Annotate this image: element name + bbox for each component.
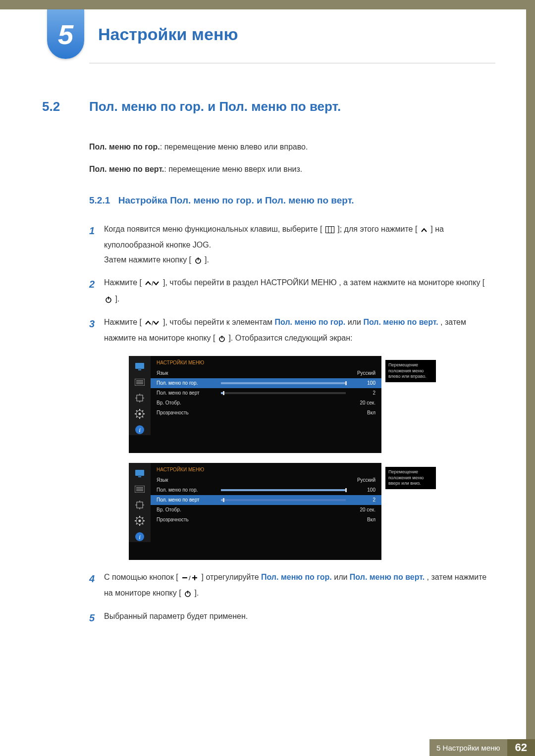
osd-slider xyxy=(221,499,346,501)
step-5: 5 Выбранный параметр будет применен. xyxy=(89,609,493,627)
osd-row-label: Пол. меню по верт xyxy=(157,390,221,396)
chapter-title: Настройки меню xyxy=(98,25,238,44)
osd-row-value: Вкл xyxy=(351,517,375,522)
text: ]; для этого нажмите [ xyxy=(337,225,417,233)
info-icon: i xyxy=(134,424,146,435)
osd-row-value: 20 сек. xyxy=(351,400,375,405)
text: ] отрегулируйте xyxy=(202,573,261,581)
page-footer: 5 Настройки меню 62 xyxy=(0,739,535,756)
svg-line-46 xyxy=(142,517,143,518)
osd-row-value: Вкл xyxy=(351,410,375,415)
step-number: 3 xyxy=(89,315,104,347)
subsection-number: 5.2.1 xyxy=(89,195,110,205)
osd-row-label: Пол. меню по верт xyxy=(157,497,221,503)
menu-grid-icon xyxy=(325,223,334,238)
section-heading: 5.2 Пол. меню по гор. и Пол. меню по вер… xyxy=(42,99,493,114)
list-icon xyxy=(134,377,146,388)
svg-rect-36 xyxy=(137,502,143,508)
list-icon xyxy=(134,484,146,495)
svg-line-25 xyxy=(142,416,143,417)
osd-row-value: 20 сек. xyxy=(351,507,375,512)
text-bold: НАСТРОЙКИ МЕНЮ xyxy=(261,278,337,287)
text-blue: Пол. меню по гор. xyxy=(261,573,332,581)
step-number: 1 xyxy=(89,222,104,269)
osd-row: Вр. Отобр.20 сек. xyxy=(151,398,381,408)
osd-row: ЯзыкРусский xyxy=(151,368,381,378)
text: ]. Отобразится следующий экран: xyxy=(228,334,352,342)
text: Когда появится меню функциональных клави… xyxy=(104,225,322,233)
step-4: 4 С помощью кнопок [ / ] отрегулируйте П… xyxy=(89,570,493,602)
osd-row: Пол. меню по гор.100 xyxy=(151,485,381,495)
svg-line-24 xyxy=(136,410,137,411)
osd-row: ЯзыкРусский xyxy=(151,475,381,485)
resize-icon xyxy=(134,393,146,403)
text: ], чтобы перейти в раздел xyxy=(163,278,261,287)
osd-row-value: Русский xyxy=(351,370,375,376)
osd-row-value: Русский xyxy=(351,477,375,483)
text: или xyxy=(334,573,350,581)
osd-row-value: 100 xyxy=(351,487,375,493)
osd-row-value: 2 xyxy=(351,390,375,396)
step-number: 4 xyxy=(89,570,104,602)
step-2: 2 Нажмите [ / ], чтобы перейти в раздел … xyxy=(89,275,493,307)
text: Нажмите [ xyxy=(104,278,142,287)
text: ], чтобы перейти к элементам xyxy=(163,318,275,326)
svg-rect-31 xyxy=(138,476,141,477)
osd-slider xyxy=(221,382,346,384)
osd-row-label: Язык xyxy=(157,477,221,483)
text-blue: Пол. меню по гор. xyxy=(275,318,346,326)
osd-row-label: Вр. Отобр. xyxy=(157,400,221,405)
osd-tooltip: Перемещение положения меню вверх или вни… xyxy=(385,467,436,489)
text: Нажмите [ xyxy=(104,318,142,326)
top-bar xyxy=(0,0,535,9)
osd-row: Пол. меню по гор.100 xyxy=(151,378,381,388)
osd-title: НАСТРОЙКИ МЕНЮ xyxy=(151,360,381,368)
desc-h-text: : перемещение меню влево или вправо. xyxy=(160,143,308,151)
monitor-icon xyxy=(134,468,146,479)
text: , а затем нажмите на мониторе кнопку [ xyxy=(339,278,484,287)
osd-row-label: Пол. меню по гор. xyxy=(157,487,221,493)
svg-point-19 xyxy=(139,412,141,415)
svg-rect-12 xyxy=(138,369,141,370)
step-1: 1 Когда появится меню функциональных кла… xyxy=(89,222,493,269)
text-blue: Пол. меню по верт. xyxy=(363,318,438,326)
osd-screenshot-1: i НАСТРОЙКИ МЕНЮ ЯзыкРусскийПол. меню по… xyxy=(129,356,381,453)
gear-icon xyxy=(134,408,146,419)
osd-tooltip: Перемещение положения меню влево или впр… xyxy=(385,360,436,382)
osd-row: ПрозрачностьВкл xyxy=(151,515,381,525)
osd-slider xyxy=(221,489,346,491)
subsection-heading: 5.2.1 Настройка Пол. меню по гор. и Пол.… xyxy=(89,193,493,208)
svg-rect-0 xyxy=(325,226,334,233)
osd-row-value: 2 xyxy=(351,497,375,503)
section-number: 5.2 xyxy=(42,99,89,114)
footer-page-number: 62 xyxy=(507,739,535,756)
resize-icon xyxy=(134,500,146,510)
text: Выбранный параметр будет применен. xyxy=(104,609,493,627)
up-down-caret-icon: / xyxy=(145,277,160,292)
up-caret-icon xyxy=(421,223,428,238)
svg-line-43 xyxy=(136,517,137,518)
desc-v-text: : перемещение меню вверх или вниз. xyxy=(164,165,302,173)
osd-row-label: Вр. Отобр. xyxy=(157,507,221,512)
svg-rect-30 xyxy=(135,470,144,476)
svg-rect-11 xyxy=(135,363,144,369)
right-edge-stripe xyxy=(526,9,535,756)
svg-point-38 xyxy=(139,519,141,522)
desc-v-label: Пол. меню по верт. xyxy=(89,165,164,173)
text: ]. xyxy=(195,589,199,597)
power-icon xyxy=(184,587,191,602)
svg-text:i: i xyxy=(139,533,141,541)
desc-h-label: Пол. меню по гор. xyxy=(89,143,160,151)
svg-line-26 xyxy=(136,416,137,417)
osd-row-label: Пол. меню по гор. xyxy=(157,380,221,386)
osd-title: НАСТРОЙКИ МЕНЮ xyxy=(151,467,381,475)
osd-row-label: Язык xyxy=(157,370,221,376)
power-icon xyxy=(218,332,225,347)
up-down-caret-icon: / xyxy=(145,316,160,331)
osd-row: ПрозрачностьВкл xyxy=(151,408,381,418)
text: С помощью кнопок [ xyxy=(104,573,178,581)
svg-text:i: i xyxy=(139,426,141,434)
svg-rect-17 xyxy=(137,395,143,401)
osd-slider xyxy=(221,392,346,394)
osd-row-label: Прозрачность xyxy=(157,410,221,415)
